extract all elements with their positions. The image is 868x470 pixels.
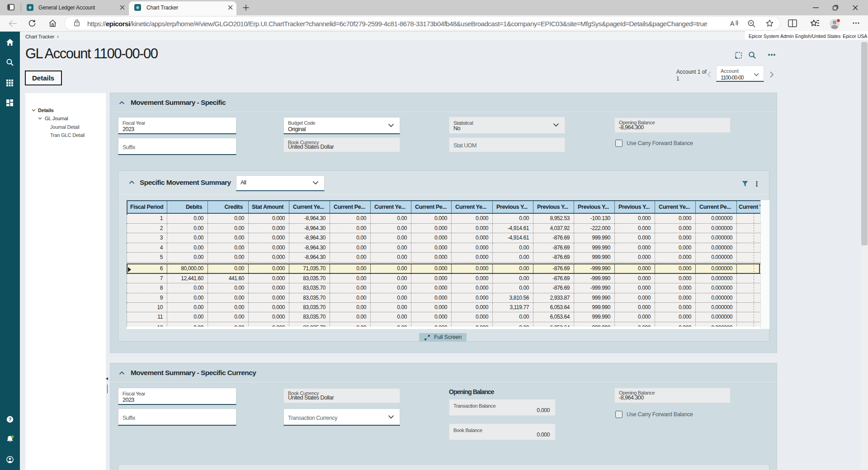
svg-text:e: e <box>136 5 139 10</box>
svg-text:?: ? <box>9 417 12 422</box>
svg-text:e: e <box>28 5 31 10</box>
svg-text:A: A <box>730 20 735 27</box>
